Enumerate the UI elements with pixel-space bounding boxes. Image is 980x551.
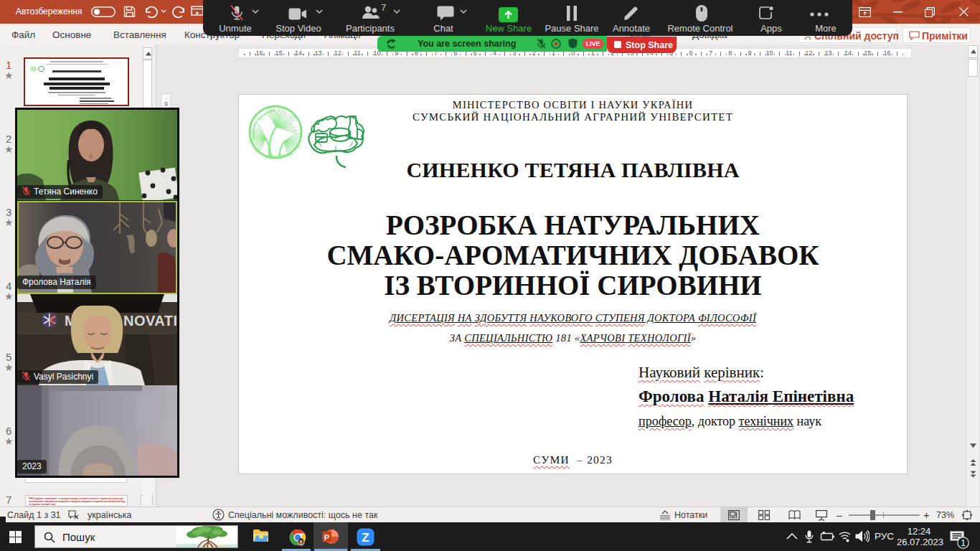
svg-text:P: P <box>324 533 329 542</box>
svg-text:Z: Z <box>362 531 369 545</box>
svg-text:1: 1 <box>961 538 966 548</box>
svg-text:NOVATIO: NOVATIO <box>123 313 177 329</box>
